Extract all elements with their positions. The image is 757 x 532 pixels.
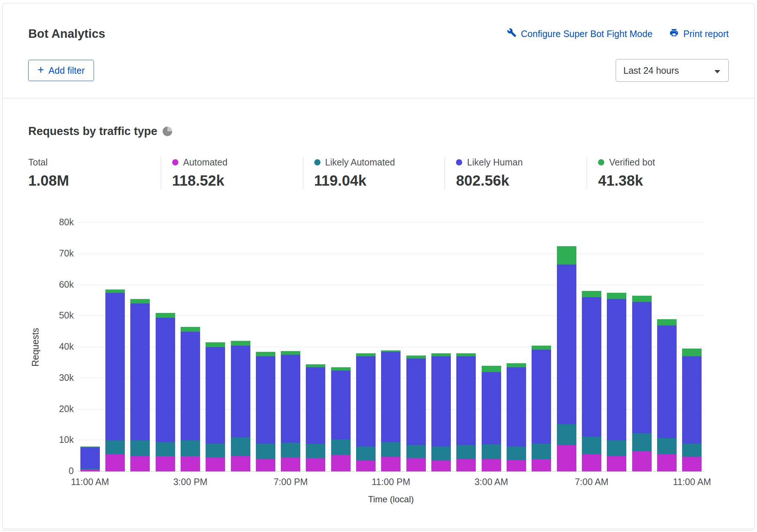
x-tick-label: 11:00 AM	[673, 477, 711, 487]
stacked-bar[interactable]	[306, 364, 325, 471]
bar-segment-likely-human	[356, 356, 376, 447]
stat-likely-automated-label: Likely Automated	[325, 157, 395, 168]
stacked-bar[interactable]	[431, 353, 451, 471]
x-tick-label: 3:00 AM	[474, 477, 508, 487]
stacked-bar[interactable]	[456, 353, 476, 471]
stacked-bar[interactable]	[181, 327, 200, 471]
bar-segment-automated	[356, 460, 376, 471]
bar-segment-automated	[507, 460, 526, 471]
bar-slot	[153, 223, 178, 471]
bar-segment-verified-bot	[632, 296, 652, 302]
bar-segment-likely-automated	[557, 424, 576, 445]
bar-segment-likely-human	[507, 367, 526, 447]
stacked-bar[interactable]	[80, 447, 100, 471]
bar-slot	[203, 223, 228, 471]
stacked-bar[interactable]	[482, 366, 501, 471]
stat-likely-human-label: Likely Human	[467, 157, 522, 168]
bar-segment-likely-human	[105, 293, 125, 441]
stat-automated-label: Automated	[183, 157, 228, 168]
bar-segment-likely-automated	[231, 437, 250, 456]
bar-segment-likely-automated	[181, 440, 200, 456]
configure-super-bot-fight-mode-link[interactable]: Configure Super Bot Fight Mode	[507, 28, 653, 40]
bar-slot	[629, 223, 654, 471]
stacked-bar[interactable]	[607, 293, 626, 471]
stacked-bar[interactable]	[507, 363, 526, 471]
bar-slot	[654, 223, 679, 471]
chevron-down-icon	[714, 65, 721, 76]
time-range-select[interactable]: Last 24 hours	[616, 59, 729, 82]
stat-total-value: 1.08M	[28, 172, 161, 189]
x-tick-label: 11:00 AM	[71, 477, 109, 487]
stacked-bar[interactable]	[532, 346, 551, 471]
bar-segment-likely-automated	[507, 447, 526, 460]
printer-icon	[669, 28, 679, 40]
stacked-bar[interactable]	[105, 289, 125, 471]
stacked-bar[interactable]	[331, 367, 351, 471]
stat-likely-human[interactable]: Likely Human 802.56k	[445, 157, 587, 189]
stacked-bar[interactable]	[381, 350, 401, 471]
bar-segment-automated	[80, 470, 100, 471]
bar-segment-verified-bot	[557, 246, 576, 265]
configure-link-label: Configure Super Bot Fight Mode	[521, 29, 653, 39]
bar-slot	[378, 223, 403, 471]
stacked-bar[interactable]	[682, 349, 702, 471]
stacked-bar[interactable]	[632, 296, 652, 471]
stacked-bar[interactable]	[281, 351, 300, 471]
add-filter-button[interactable]: + Add filter	[28, 60, 94, 81]
bar-segment-verified-bot	[206, 342, 225, 347]
bar-segment-automated	[281, 458, 300, 471]
bar-slot	[328, 223, 353, 471]
bar-segment-verified-bot	[607, 293, 626, 299]
stacked-bar[interactable]	[582, 291, 601, 471]
stat-verified-bot[interactable]: Verified bot 41.38k	[587, 157, 729, 189]
stacked-bar[interactable]	[206, 342, 225, 471]
bar-slot	[529, 223, 554, 471]
bar-segment-verified-bot	[356, 353, 376, 356]
stat-automated[interactable]: Automated 118.52k	[161, 157, 303, 189]
plus-icon: +	[37, 64, 44, 76]
x-tick-label: 7:00 PM	[274, 477, 308, 487]
print-report-link[interactable]: Print report	[669, 28, 729, 40]
automated-legend-dot	[172, 159, 178, 165]
bar-slot	[77, 223, 102, 471]
requests-chart: Requests 010k20k30k40k50k60k70k80k 11:00…	[28, 223, 729, 504]
bar-slot	[278, 223, 303, 471]
stacked-bar[interactable]	[557, 246, 576, 471]
bar-segment-automated	[431, 460, 451, 471]
stat-likely-automated-value: 119.04k	[314, 172, 445, 189]
bar-segment-likely-automated	[156, 442, 175, 457]
stat-total[interactable]: Total 1.08M	[28, 157, 161, 189]
bar-segment-automated	[381, 457, 401, 471]
verified-bot-legend-dot	[598, 159, 604, 165]
bar-segment-automated	[406, 458, 426, 471]
stat-total-label: Total	[28, 157, 48, 168]
bar-segment-likely-automated	[682, 444, 702, 457]
y-tick-label: 60k	[59, 279, 74, 290]
bot-analytics-card: Bot Analytics Configure Super Bot Fight …	[2, 3, 755, 529]
bar-segment-automated	[130, 456, 150, 471]
stacked-bar[interactable]	[256, 352, 275, 471]
bar-segment-automated	[682, 457, 702, 471]
stacked-bars	[77, 223, 705, 471]
add-filter-label: Add filter	[48, 65, 85, 76]
stacked-bar[interactable]	[231, 341, 250, 471]
stat-likely-automated[interactable]: Likely Automated 119.04k	[303, 157, 445, 189]
bar-segment-likely-automated	[105, 440, 125, 454]
bar-slot	[102, 223, 127, 471]
bar-segment-likely-automated	[130, 440, 150, 456]
bar-segment-likely-human	[156, 318, 175, 442]
stacked-bar[interactable]	[156, 313, 175, 471]
bar-segment-verified-bot	[682, 349, 702, 356]
bar-segment-verified-bot	[431, 353, 451, 356]
stacked-bar[interactable]	[406, 356, 426, 471]
stacked-bar[interactable]	[657, 319, 677, 471]
stacked-bar[interactable]	[356, 353, 376, 471]
bar-slot	[303, 223, 328, 471]
bar-segment-likely-human	[331, 371, 351, 440]
stat-verified-bot-value: 41.38k	[598, 172, 729, 189]
bar-segment-likely-automated	[281, 443, 300, 458]
x-tick-label: 3:00 PM	[173, 477, 207, 487]
stacked-bar[interactable]	[130, 299, 150, 471]
x-tick-label: 7:00 AM	[575, 477, 609, 487]
bar-segment-verified-bot	[231, 341, 250, 346]
